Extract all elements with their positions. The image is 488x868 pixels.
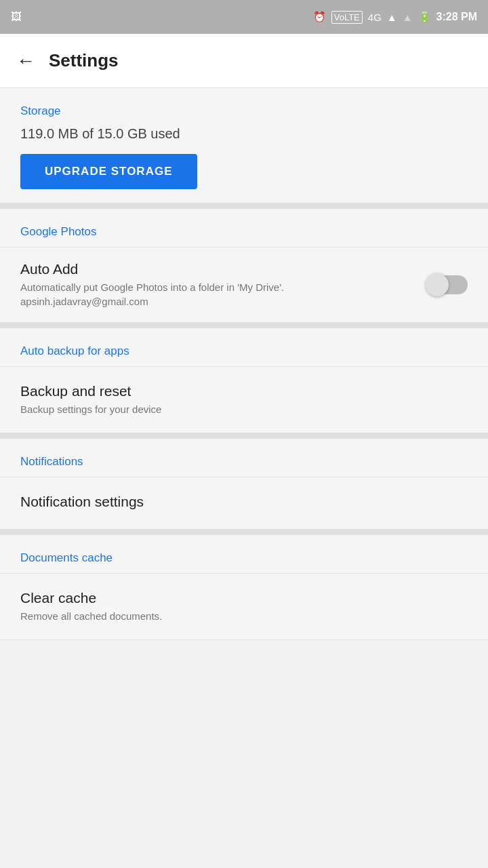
app-bar: ← Settings — [0, 34, 488, 88]
backup-reset-row[interactable]: Backup and reset Backup settings for you… — [0, 367, 488, 433]
divider-4 — [0, 530, 488, 535]
clear-cache-title: Clear cache — [20, 590, 454, 606]
settings-content: Storage 119.0 MB of 15.0 GB used UPGRADE… — [0, 88, 488, 640]
backup-reset-desc: Backup settings for your device — [20, 402, 454, 416]
divider-3 — [0, 433, 488, 439]
google-photos-section: Google Photos — [0, 209, 488, 248]
photo-icon: 🖼 — [11, 11, 22, 23]
notification-settings-text: Notification settings — [20, 494, 468, 513]
notification-settings-title: Notification settings — [20, 494, 454, 510]
notification-settings-row[interactable]: Notification settings — [0, 477, 488, 530]
toggle-thumb — [426, 273, 449, 296]
page-title: Settings — [49, 50, 119, 71]
auto-backup-header: Auto backup for apps — [20, 344, 468, 358]
auto-add-title: Auto Add — [20, 261, 413, 277]
divider-2 — [0, 323, 488, 328]
upgrade-storage-button[interactable]: UPGRADE STORAGE — [20, 154, 197, 189]
clear-cache-text: Clear cache Remove all cached documents. — [20, 590, 468, 623]
auto-add-toggle[interactable] — [427, 274, 468, 296]
google-photos-header: Google Photos — [20, 225, 468, 239]
clear-cache-row[interactable]: Clear cache Remove all cached documents. — [0, 574, 488, 640]
signal2-icon: ▲ — [403, 12, 413, 23]
clear-cache-desc: Remove all cached documents. — [20, 609, 454, 623]
storage-used-text: 119.0 MB of 15.0 GB used — [20, 126, 468, 142]
status-time: 3:28 PM — [436, 11, 477, 23]
alarm-icon: ⏰ — [313, 11, 326, 23]
auto-backup-section: Auto backup for apps — [0, 328, 488, 367]
auto-add-desc: Automatically put Google Photos into a f… — [20, 280, 413, 309]
backup-reset-text: Backup and reset Backup settings for you… — [20, 383, 468, 416]
backup-reset-title: Backup and reset — [20, 383, 454, 399]
volte-label: VoLTE — [331, 11, 363, 24]
battery-icon: 🔋 — [418, 11, 431, 23]
documents-cache-section: Documents cache — [0, 535, 488, 574]
status-bar-right: ⏰ VoLTE 4G ▲ ▲ 🔋 3:28 PM — [313, 11, 477, 24]
auto-add-row[interactable]: Auto Add Automatically put Google Photos… — [0, 248, 488, 323]
notifications-header: Notifications — [20, 455, 468, 469]
network-label: 4G — [368, 12, 382, 23]
signal-icon: ▲ — [387, 12, 397, 23]
documents-cache-header: Documents cache — [20, 551, 468, 565]
auto-add-text: Auto Add Automatically put Google Photos… — [20, 261, 427, 309]
storage-section: Storage 119.0 MB of 15.0 GB used UPGRADE… — [0, 88, 488, 203]
notifications-section: Notifications — [0, 439, 488, 477]
storage-section-header: Storage — [20, 104, 468, 118]
divider-1 — [0, 203, 488, 209]
status-bar: 🖼 ⏰ VoLTE 4G ▲ ▲ 🔋 3:28 PM — [0, 0, 488, 34]
back-button[interactable]: ← — [16, 50, 35, 72]
status-bar-left: 🖼 — [11, 11, 22, 23]
